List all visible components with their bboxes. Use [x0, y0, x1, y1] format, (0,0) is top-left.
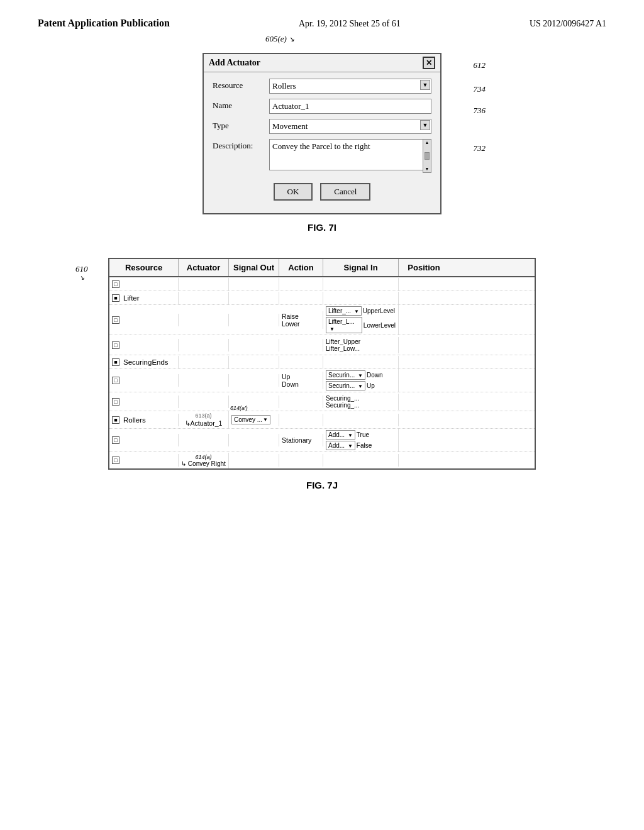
annotations-right: 612 734 736 732 — [474, 60, 486, 153]
ref-613a: 613(a) — [195, 412, 211, 419]
dialog-body: Resource ▼ Name — [204, 72, 440, 213]
cell-securing-signal-in: Securin... ▼ Down Securin... ▼ Up — [323, 369, 399, 392]
expand-icon[interactable]: □ — [112, 316, 119, 324]
table-row-lifter-details: □ Lifter_Upper Lifter_Low... — [109, 335, 535, 355]
securing-down-row: Securin... ▼ Down — [326, 370, 383, 380]
scroll-up-icon: ▲ — [425, 140, 430, 145]
upper-level-label: UpperLevel — [363, 307, 395, 314]
resource-row: Resource ▼ — [213, 79, 431, 94]
table-row-rollers-stationary: □ Stationary Add... ▼ True Add... ▼ — [109, 429, 535, 452]
type-dropdown-icon[interactable]: ▼ — [420, 120, 430, 130]
chevron-down-icon: ▼ — [423, 82, 428, 88]
signal-in-upper: Lifter_... ▼ UpperLevel — [326, 306, 395, 316]
fig-bottom-wrapper: 610 ↘ Resource Actuator Signal Out Actio… — [108, 258, 536, 470]
lifter-lower-select[interactable]: Lifter_L... ▼ — [326, 317, 362, 333]
cell-rollers: ■ Rollers — [109, 414, 179, 426]
securing-down-select[interactable]: Securin... ▼ — [326, 370, 365, 380]
lifter-upper: Lifter_Upper — [326, 338, 360, 345]
cell-expand1: □ — [109, 278, 179, 290]
expand-icon[interactable]: ■ — [112, 294, 119, 302]
close-icon: ✕ — [426, 58, 432, 68]
lower-level-label: LowerLevel — [364, 322, 396, 329]
convey-select[interactable]: Convey ...▼ — [231, 415, 270, 424]
lifter-label: Lifter — [123, 294, 140, 302]
dialog-buttons: OK Cancel — [213, 178, 431, 207]
ref-612: 612 — [474, 60, 486, 70]
cell-lifter-action: Raise Lower — [279, 311, 323, 329]
publication-date: Apr. 19, 2012 Sheet 25 of 61 — [299, 19, 401, 29]
resource-dropdown-icon[interactable]: ▼ — [420, 80, 430, 90]
dialog-close-button[interactable]: ✕ — [423, 57, 435, 69]
expand-icon[interactable]: □ — [112, 398, 119, 406]
action-raise: Raise — [282, 313, 299, 320]
table-row-convey-right: □ 614(a) ↳ Convey Right — [109, 452, 535, 468]
table-row-securing-actions: □ Up Down Securin... ▼ Down S — [109, 369, 535, 392]
table-row-rollers-header: ■ Rollers 613(a) ↳Actuator_1 614(a') Con… — [109, 411, 535, 429]
type-field: ▼ — [269, 119, 431, 134]
expand-icon[interactable]: □ — [112, 280, 119, 288]
name-label: Name — [213, 99, 269, 111]
scroll-thumb — [425, 152, 430, 160]
up-label: Up — [367, 382, 375, 389]
cell-lifter-expand: □ — [109, 314, 179, 326]
fig-7i-label: FIG. 7I — [0, 222, 644, 233]
ref-734: 734 — [474, 84, 486, 94]
publication-number: US 2012/0096427 A1 — [530, 19, 606, 29]
expand-icon[interactable]: ■ — [112, 416, 119, 424]
securing-up-row: Securin... ▼ Up — [326, 381, 375, 390]
description-label: Description: — [213, 139, 269, 151]
table-header: Resource Actuator Signal Out Action Sign… — [109, 259, 535, 277]
dialog-title: Add Actuator — [209, 58, 260, 68]
resource-input[interactable] — [269, 79, 431, 94]
dialog-titlebar: Add Actuator ✕ — [204, 54, 440, 72]
actuator1-label: ↳Actuator_1 — [185, 419, 223, 427]
action-down: Down — [282, 380, 299, 388]
add-true-select[interactable]: Add... ▼ — [326, 430, 355, 440]
expand-icon[interactable]: □ — [112, 377, 119, 384]
cell-lifter-positions: Lifter_Upper Lifter_Low... — [323, 337, 399, 353]
resource-field: ▼ — [269, 79, 431, 94]
expand-icon[interactable]: ■ — [112, 358, 119, 366]
convey-right-label: ↳ Convey Right — [181, 460, 226, 467]
action-stationary: Stationary — [282, 436, 311, 444]
cell-rollers-signal-out: 614(a') Convey ...▼ — [229, 414, 279, 426]
expand-icon[interactable]: □ — [112, 456, 119, 464]
signal-in-lower: Lifter_L... ▼ LowerLevel — [326, 317, 396, 333]
ref-732: 732 — [474, 143, 486, 153]
col-signal-in: Signal In — [323, 259, 399, 276]
type-row: Type ▼ — [213, 119, 431, 134]
chevron-down-icon: ▼ — [423, 122, 428, 128]
col-resource: Resource — [109, 259, 179, 276]
cell-stationary-action: Stationary — [279, 434, 323, 446]
cell-lifter: ■ Lifter — [109, 292, 179, 304]
figure-top: 605(e) ↘ Add Actuator ✕ Resource ▼ — [0, 48, 644, 214]
description-textarea[interactable]: Convey the Parcel to the right — [269, 139, 431, 170]
ref-614a2: 614(a) — [195, 454, 211, 460]
scrollbar[interactable]: ▲ ▼ — [423, 139, 431, 173]
col-actuator: Actuator — [179, 259, 229, 276]
lifter-upper-select[interactable]: Lifter_... ▼ — [326, 306, 362, 316]
page-header: Patent Application Publication Apr. 19, … — [0, 0, 644, 29]
cell-securing: ■ SecuringEnds — [109, 356, 179, 368]
ref-605e: 605(e) ↘ — [265, 34, 294, 44]
add-false-select[interactable]: Add... ▼ — [326, 441, 355, 450]
cell-stationary-signal: Add... ▼ True Add... ▼ False — [323, 429, 399, 451]
cell-614a2: 614(a) ↳ Convey Right — [179, 453, 229, 468]
type-input[interactable] — [269, 119, 431, 134]
securing-label: SecuringEnds — [123, 358, 169, 366]
type-label: Type — [213, 119, 269, 131]
securing-up-select[interactable]: Securin... ▼ — [326, 381, 365, 390]
ok-button[interactable]: OK — [274, 183, 313, 201]
col-position: Position — [399, 259, 449, 276]
scroll-down-icon: ▼ — [425, 167, 430, 172]
fig-7j-label: FIG. 7J — [0, 480, 644, 490]
expand-icon[interactable]: □ — [112, 436, 119, 444]
cancel-button[interactable]: Cancel — [320, 183, 370, 201]
name-input[interactable] — [269, 99, 431, 114]
add-false-row: Add... ▼ False — [326, 441, 372, 450]
action-lower: Lower — [282, 320, 300, 328]
expand-icon[interactable]: □ — [112, 341, 119, 349]
name-row: Name — [213, 99, 431, 114]
false-label: False — [357, 442, 372, 449]
securing-pos1: Securing_... — [326, 395, 359, 402]
